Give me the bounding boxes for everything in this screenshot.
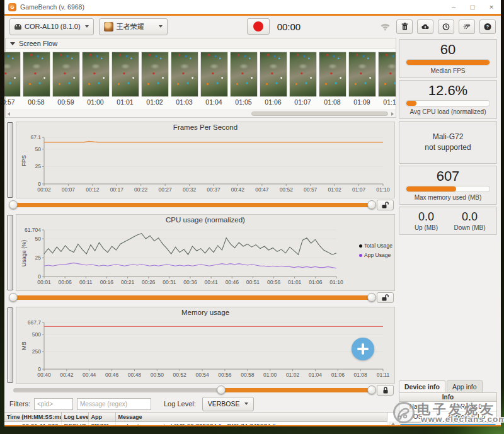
timeline-slider[interactable]: [13, 388, 372, 392]
screen-flow-thumbnail[interactable]: 01:08: [318, 52, 347, 106]
screen-flow-thumbnail[interactable]: 01:04: [199, 52, 229, 106]
screen-flow-thumbnail[interactable]: 01:06: [258, 52, 288, 106]
scroll-right-icon[interactable]: [391, 112, 394, 116]
unlock-icon[interactable]: [377, 200, 394, 210]
thumbnail-image[interactable]: [4, 52, 21, 97]
toolbar-right-icons: ?: [380, 20, 496, 34]
thumbnail-image[interactable]: [319, 52, 346, 97]
chevron-down-icon: [244, 403, 248, 405]
slider-handle-start[interactable]: [9, 200, 18, 209]
timeline-slider[interactable]: [13, 203, 372, 207]
screen-flow-scrollbar[interactable]: [6, 110, 396, 117]
slider-handle-start[interactable]: [9, 293, 18, 302]
screen-flow-thumbnail[interactable]: 00:59: [51, 52, 81, 106]
thumbnail-image[interactable]: [260, 52, 287, 97]
slider-handle-end[interactable]: [367, 385, 376, 394]
log-column-header[interactable]: Log Level: [61, 413, 88, 422]
tab-device-info[interactable]: Device info: [399, 380, 445, 392]
device-info-scrollbar[interactable]: [400, 424, 496, 426]
thumbnail-image[interactable]: [200, 52, 228, 97]
slider-handle-end[interactable]: [367, 200, 376, 209]
lock-icon[interactable]: [377, 385, 394, 396]
screen-flow-thumbnail[interactable]: 01:10: [377, 52, 396, 106]
toolbar: COR-AL10 (8.1.0) 王者荣耀 00:00: [4, 16, 501, 37]
delete-session-button[interactable]: [396, 20, 413, 34]
log-table-header: Time (HH:MM:SS:ms)Log LevelAppMessage: [4, 413, 387, 422]
right-column: 60 Median FPS 12.6% Avg CPU load (normal…: [396, 37, 501, 426]
thumbnail-timestamp: 00:58: [21, 98, 51, 106]
help-button[interactable]: ?: [479, 20, 496, 34]
add-marker-button[interactable]: [352, 338, 374, 360]
thumbnail-image[interactable]: [230, 52, 258, 97]
scrollbar-thumb[interactable]: [251, 111, 388, 116]
log-column-header[interactable]: Time (HH:MM:SS:ms): [4, 413, 61, 422]
chart-drag-handle[interactable]: [7, 215, 13, 290]
pid-filter-input[interactable]: [34, 398, 73, 410]
chart-drag-handle[interactable]: [7, 122, 13, 198]
cpu-load-card: 12.6% Avg CPU load (normalized): [399, 80, 497, 119]
network-card: 0.0 Up (MB) 0.0 Down (MB): [399, 207, 497, 235]
svg-text:00:52: 00:52: [173, 372, 187, 378]
timeline-slider[interactable]: [13, 295, 372, 300]
thumbnail-image[interactable]: [82, 52, 110, 97]
thumbnail-image[interactable]: [289, 52, 317, 97]
screen-flow-thumbnail[interactable]: 00:57: [4, 52, 21, 106]
log-column-header[interactable]: App: [88, 413, 115, 422]
scroll-up-icon[interactable]: [391, 423, 395, 425]
screen-flow-header[interactable]: Screen Flow: [6, 38, 396, 49]
screen-flow-thumbnail[interactable]: 01:01: [110, 52, 140, 106]
screen-flow-section: Screen Flow 00:57 00:58 00:59 01:00 01:0…: [5, 38, 396, 118]
close-button[interactable]: ×: [482, 0, 501, 14]
gamebench-window: G GameBench (v. 6968) – □ × COR-AL10 (8.…: [4, 0, 501, 426]
thumbnail-image[interactable]: [348, 52, 376, 97]
thumbnail-timestamp: 01:02: [140, 98, 169, 106]
slider-handle-start[interactable]: [217, 385, 226, 394]
svg-text:00:47: 00:47: [255, 186, 269, 193]
screen-flow-thumbnail[interactable]: 01:05: [229, 52, 258, 106]
net-up-label: Up (MB): [404, 224, 448, 231]
log-row[interactable]: 00:01:11:370DEBUG?[570]asd_primary_out -…: [4, 422, 387, 427]
thumbnail-image[interactable]: [378, 52, 396, 97]
thumbnail-image[interactable]: [112, 52, 139, 97]
svg-text:00:42: 00:42: [60, 372, 74, 378]
svg-text:00:56: 00:56: [218, 372, 232, 378]
record-icon: [253, 21, 263, 31]
screen-flow-thumbnail[interactable]: 01:02: [140, 52, 169, 106]
settings-button[interactable]: [459, 20, 475, 34]
record-button[interactable]: [247, 18, 270, 35]
thumbnail-image[interactable]: [52, 52, 80, 97]
slider-handle-end[interactable]: [367, 293, 376, 302]
chart-drag-handle[interactable]: [7, 307, 13, 383]
scroll-left-icon[interactable]: [8, 112, 10, 116]
message-filter-input[interactable]: [77, 398, 151, 410]
log-vertical-scrollbar[interactable]: [389, 421, 396, 426]
cpu-chart-row: CPU usage (normalized)0255061.70400:0100…: [6, 214, 395, 291]
app-dropdown[interactable]: 王者荣耀: [99, 18, 168, 35]
tab-app-info[interactable]: App info: [447, 380, 483, 392]
timer-history-button[interactable]: [438, 20, 454, 34]
screen-flow-thumbnail[interactable]: 01:00: [81, 52, 110, 106]
log-level-dropdown[interactable]: VERBOSE: [202, 397, 254, 411]
screen-flow-thumbnail[interactable]: 00:58: [21, 52, 51, 106]
svg-text:00:41: 00:41: [205, 279, 219, 285]
minimize-button[interactable]: –: [444, 0, 463, 14]
screen-flow-thumbnail[interactable]: 01:03: [169, 52, 199, 106]
svg-text:00:21: 00:21: [121, 279, 135, 285]
svg-text:01:10: 01:10: [376, 186, 390, 193]
maximize-button[interactable]: □: [463, 0, 482, 14]
thumbnail-image[interactable]: [141, 52, 169, 97]
screen-flow-thumbnail[interactable]: 01:07: [288, 52, 318, 106]
thumbnail-image[interactable]: [171, 52, 198, 97]
log-column-header[interactable]: Message: [115, 413, 387, 422]
device-dropdown[interactable]: COR-AL10 (8.1.0): [9, 18, 94, 35]
median-fps-value: 60: [404, 42, 491, 58]
charts-area: Frames Per Second0255067.100:0200:0700:1…: [4, 122, 396, 396]
unlock-icon[interactable]: [377, 292, 394, 303]
svg-text:?: ?: [486, 24, 490, 30]
device-info-row[interactable]: NameCOR-AL10: [399, 402, 496, 412]
thumbnail-image[interactable]: [23, 52, 50, 97]
screen-flow-thumbnail[interactable]: 01:09: [347, 52, 377, 106]
device-info-row[interactable]: OSAndroid 8.1.0: [399, 412, 496, 422]
titlebar: G GameBench (v. 6968) – □ ×: [4, 0, 501, 14]
cloud-upload-button[interactable]: [417, 20, 433, 34]
